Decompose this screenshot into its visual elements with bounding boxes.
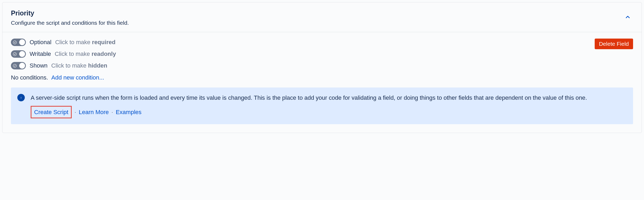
examples-link[interactable]: Examples bbox=[116, 108, 142, 116]
svg-point-2 bbox=[13, 64, 17, 68]
check-icon bbox=[13, 64, 17, 68]
info-content: A server-side script runs when the form … bbox=[31, 93, 587, 118]
collapse-toggle[interactable] bbox=[622, 12, 633, 24]
writable-hint: Click to make readonly bbox=[55, 51, 116, 57]
learn-more-link[interactable]: Learn More bbox=[79, 108, 109, 116]
add-condition-link[interactable]: Add new condition... bbox=[51, 74, 104, 81]
svg-rect-3 bbox=[21, 97, 21, 99]
info-box: A server-side script runs when the form … bbox=[11, 88, 633, 124]
conditions-row: No conditions. Add new condition... bbox=[11, 74, 633, 81]
toggle-row-optional: Optional Click to make required bbox=[11, 39, 633, 46]
info-text: A server-side script runs when the form … bbox=[31, 93, 587, 102]
panel-header-text: Priority Configure the script and condit… bbox=[11, 9, 129, 26]
create-script-link[interactable]: Create Script bbox=[34, 109, 68, 115]
hint-bold: hidden bbox=[88, 62, 107, 69]
toggle-knob bbox=[19, 63, 25, 69]
hint-bold: required bbox=[92, 39, 115, 45]
svg-rect-4 bbox=[21, 97, 21, 97]
writable-toggle[interactable] bbox=[11, 50, 26, 58]
create-script-highlight: Create Script bbox=[31, 106, 72, 118]
toggle-row-writable: Writable Click to make readonly bbox=[11, 50, 633, 58]
svg-point-0 bbox=[13, 41, 17, 44]
info-icon bbox=[17, 94, 25, 101]
hint-bold: readonly bbox=[91, 51, 116, 57]
field-config-panel: Priority Configure the script and condit… bbox=[2, 2, 642, 133]
info-links: Create Script · Learn More · Examples bbox=[31, 106, 587, 118]
separator: · bbox=[111, 108, 113, 116]
delete-field-button[interactable]: Delete Field bbox=[595, 39, 633, 49]
panel-title: Priority bbox=[11, 9, 129, 17]
toggle-row-shown: Shown Click to make hidden bbox=[11, 62, 633, 69]
svg-point-1 bbox=[13, 52, 17, 56]
toggle-knob bbox=[19, 39, 25, 45]
hint-prefix: Click to make bbox=[51, 62, 88, 69]
shown-toggle[interactable] bbox=[11, 62, 26, 69]
optional-label: Optional bbox=[30, 39, 51, 46]
separator: · bbox=[74, 108, 76, 116]
check-icon bbox=[13, 40, 17, 44]
shown-hint: Click to make hidden bbox=[51, 62, 107, 69]
writable-label: Writable bbox=[30, 51, 51, 57]
panel-body: Delete Field Optional Click to make requ… bbox=[2, 32, 642, 133]
optional-toggle[interactable] bbox=[11, 39, 26, 46]
toggle-knob bbox=[19, 51, 25, 57]
conditions-text: No conditions. bbox=[11, 74, 48, 81]
chevron-up-icon bbox=[625, 14, 631, 22]
optional-hint: Click to make required bbox=[55, 39, 115, 46]
hint-prefix: Click to make bbox=[55, 51, 91, 57]
shown-label: Shown bbox=[30, 62, 47, 69]
panel-header: Priority Configure the script and condit… bbox=[2, 2, 642, 32]
hint-prefix: Click to make bbox=[55, 39, 92, 45]
panel-subtitle: Configure the script and conditions for … bbox=[11, 20, 129, 26]
check-icon bbox=[13, 52, 17, 56]
